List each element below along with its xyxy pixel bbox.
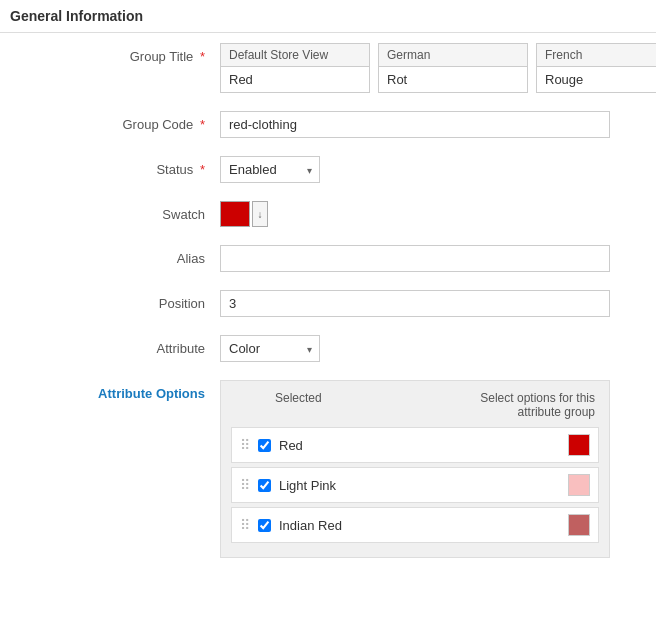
attribute-options-row: Attribute Options Selected Select option… xyxy=(0,380,656,558)
group-code-input-col xyxy=(220,111,646,138)
swatch-container: ↓ xyxy=(220,201,646,227)
position-row: Position xyxy=(0,290,656,317)
french-col: French xyxy=(536,43,656,93)
group-code-label: Group Code * xyxy=(10,111,220,132)
option-name-lightpink: Light Pink xyxy=(279,478,560,493)
swatch-arrow-icon: ↓ xyxy=(258,209,263,220)
group-code-row: Group Code * xyxy=(0,111,656,138)
attribute-options-col: Selected Select options for this attribu… xyxy=(220,380,646,558)
options-for-header: Select options for this attribute group xyxy=(465,391,595,419)
attribute-label: Attribute xyxy=(10,335,220,356)
status-input-col: Enabled Disabled ▾ xyxy=(220,156,646,183)
alias-input[interactable] xyxy=(220,245,610,272)
swatch-input-col: ↓ xyxy=(220,201,646,227)
status-label: Status * xyxy=(10,156,220,177)
status-select[interactable]: Enabled Disabled xyxy=(220,156,320,183)
status-row: Status * Enabled Disabled ▾ xyxy=(0,156,656,183)
selected-header: Selected xyxy=(235,391,322,419)
color-swatch-indianred xyxy=(568,514,590,536)
alias-input-col xyxy=(220,245,646,272)
position-input[interactable] xyxy=(220,290,610,317)
default-store-header: Default Store View xyxy=(220,43,370,66)
attr-option-row-red: ⠿ Red xyxy=(231,427,599,463)
attribute-input-col: Color ▾ xyxy=(220,335,646,362)
group-code-input[interactable] xyxy=(220,111,610,138)
checkbox-red[interactable] xyxy=(258,439,271,452)
group-title-inputs: Default Store View German French xyxy=(220,43,656,93)
attribute-options-table: Selected Select options for this attribu… xyxy=(220,380,610,558)
option-name-indianred: Indian Red xyxy=(279,518,560,533)
french-input[interactable] xyxy=(536,66,656,93)
alias-label: Alias xyxy=(10,245,220,266)
swatch-row: Swatch ↓ xyxy=(0,201,656,227)
attribute-select[interactable]: Color xyxy=(220,335,320,362)
french-header: French xyxy=(536,43,656,66)
status-select-wrapper: Enabled Disabled ▾ xyxy=(220,156,320,183)
checkbox-indianred[interactable] xyxy=(258,519,271,532)
default-store-col: Default Store View xyxy=(220,43,370,93)
checkbox-lightpink[interactable] xyxy=(258,479,271,492)
default-store-input[interactable] xyxy=(220,66,370,93)
color-swatch-lightpink xyxy=(568,474,590,496)
position-label: Position xyxy=(10,290,220,311)
swatch-label: Swatch xyxy=(10,201,220,222)
group-title-row: Group Title * Default Store View German … xyxy=(0,43,656,93)
drag-handle-lightpink[interactable]: ⠿ xyxy=(240,477,250,493)
swatch-arrow-button[interactable]: ↓ xyxy=(252,201,268,227)
color-swatch-red xyxy=(568,434,590,456)
group-title-label: Group Title * xyxy=(10,43,220,64)
option-name-red: Red xyxy=(279,438,560,453)
alias-row: Alias xyxy=(0,245,656,272)
german-header: German xyxy=(378,43,528,66)
german-input[interactable] xyxy=(378,66,528,93)
attribute-row: Attribute Color ▾ xyxy=(0,335,656,362)
attribute-select-wrapper: Color ▾ xyxy=(220,335,320,362)
position-input-col xyxy=(220,290,646,317)
section-title: General Information xyxy=(0,0,656,33)
attribute-options-label: Attribute Options xyxy=(10,380,220,401)
attr-option-row-lightpink: ⠿ Light Pink xyxy=(231,467,599,503)
german-col: German xyxy=(378,43,528,93)
attr-options-header: Selected Select options for this attribu… xyxy=(231,391,599,419)
swatch-color-box[interactable] xyxy=(220,201,250,227)
drag-handle-indianred[interactable]: ⠿ xyxy=(240,517,250,533)
drag-handle-red[interactable]: ⠿ xyxy=(240,437,250,453)
attr-option-row-indianred: ⠿ Indian Red xyxy=(231,507,599,543)
